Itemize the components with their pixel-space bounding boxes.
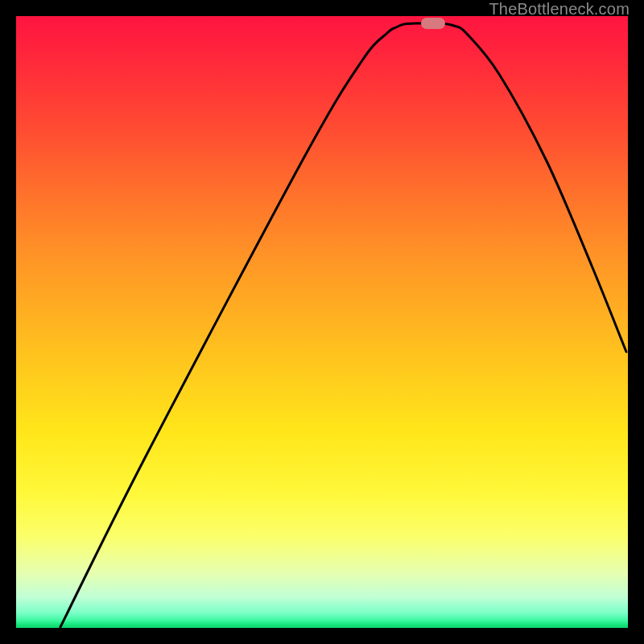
bottleneck-curve	[16, 16, 628, 628]
chart-frame: TheBottleneck.com	[0, 0, 644, 644]
optimal-marker	[421, 18, 445, 29]
watermark-text: TheBottleneck.com	[489, 0, 630, 19]
curve-line	[60, 23, 626, 627]
